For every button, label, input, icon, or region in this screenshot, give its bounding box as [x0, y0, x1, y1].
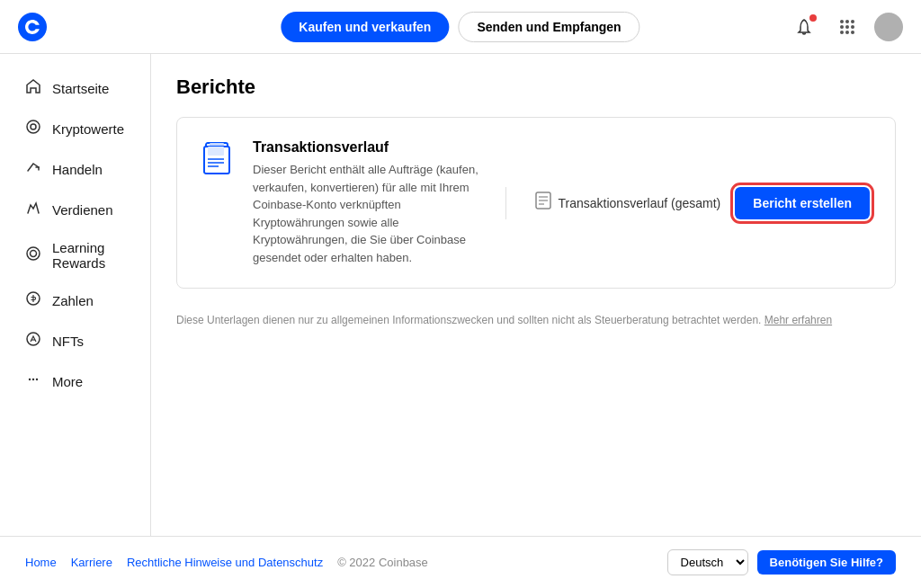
footer-link-legal[interactable]: Rechtliche Hinweise und Datenschutz: [127, 556, 323, 569]
trade-icon: [25, 159, 41, 180]
earn-icon: [25, 200, 41, 220]
header-center: Kaufen und verkaufen Senden und Empfange…: [281, 12, 639, 42]
sidebar-label-handeln: Handeln: [52, 162, 103, 177]
sidebar-label-startseite: Startseite: [52, 81, 109, 96]
disclaimer-link[interactable]: Mehr erfahren: [765, 314, 832, 326]
report-type-label: Transaktionsverlauf (gesamt): [535, 192, 721, 214]
sidebar-label-verdienen: Verdienen: [52, 202, 113, 218]
document-icon: [535, 192, 551, 214]
header-right: [788, 11, 903, 43]
sidebar-label-learning-rewards: Learning Rewards: [52, 240, 125, 271]
sidebar-item-handeln[interactable]: Handeln: [7, 150, 143, 189]
report-text: Transaktionsverlauf Dieser Bericht enthä…: [253, 139, 484, 266]
svg-point-4: [31, 250, 37, 256]
svg-rect-13: [208, 147, 224, 156]
report-action: Transaktionsverlauf (gesamt) Bericht ers…: [505, 187, 871, 219]
sidebar-item-more[interactable]: More: [7, 362, 143, 401]
disclaimer-text: Diese Unterlagen dienen nur zu allgemein…: [176, 314, 896, 326]
footer-links: Home Karriere Rechtliche Hinweise und Da…: [25, 556, 428, 569]
sidebar-item-nfts[interactable]: NFTs: [7, 322, 143, 361]
sidebar-item-kryptowerte[interactable]: Kryptowerte: [7, 110, 143, 148]
sidebar-item-learning-rewards[interactable]: Learning Rewards: [7, 231, 143, 280]
report-info: Transaktionsverlauf Dieser Bericht enthä…: [202, 139, 484, 266]
notification-dot: [809, 14, 817, 22]
svg-point-8: [32, 379, 34, 380]
header: Kaufen und verkaufen Senden und Empfange…: [0, 0, 921, 54]
grid-icon: [840, 20, 854, 34]
sidebar-item-startseite[interactable]: Startseite: [7, 69, 143, 108]
nft-icon: [25, 331, 41, 352]
footer: Home Karriere Rechtliche Hinweise und Da…: [0, 536, 921, 588]
sidebar-label-nfts: NFTs: [52, 334, 84, 349]
pay-icon: [25, 290, 41, 311]
send-receive-button[interactable]: Senden und Empfangen: [458, 12, 639, 42]
page-title: Berichte: [176, 76, 896, 99]
svg-point-2: [31, 124, 36, 129]
report-card-description: Dieser Bericht enthält alle Aufträge (ka…: [253, 161, 484, 266]
sidebar-item-verdienen[interactable]: Verdienen: [7, 191, 143, 229]
svg-point-1: [27, 120, 40, 133]
svg-point-9: [36, 379, 38, 380]
sidebar-item-zahlen[interactable]: Zahlen: [7, 281, 143, 320]
header-left: [18, 13, 47, 41]
help-button[interactable]: Benötigen Sie Hilfe?: [757, 550, 896, 575]
sidebar-label-more: More: [52, 374, 83, 389]
apps-button[interactable]: [831, 11, 863, 43]
sidebar-label-zahlen: Zahlen: [52, 293, 94, 308]
more-icon: [25, 371, 41, 392]
svg-point-0: [18, 13, 47, 41]
buy-sell-button[interactable]: Kaufen und verkaufen: [281, 12, 449, 42]
avatar[interactable]: [874, 13, 903, 41]
footer-right: Deutsch Benötigen Sie Hilfe?: [667, 549, 896, 575]
svg-point-3: [27, 247, 40, 260]
create-report-button[interactable]: Bericht erstellen: [735, 187, 870, 219]
home-icon: [25, 78, 41, 99]
layout: Startseite Kryptowerte Handeln: [0, 54, 921, 536]
report-card-icon: [202, 141, 238, 184]
notifications-button[interactable]: [788, 11, 820, 43]
footer-link-karriere[interactable]: Karriere: [71, 556, 112, 569]
crypto-icon: [25, 119, 41, 139]
report-card: Transaktionsverlauf Dieser Bericht enthä…: [176, 117, 896, 289]
footer-copyright: © 2022 Coinbase: [337, 556, 428, 569]
footer-link-home[interactable]: Home: [25, 556, 57, 569]
sidebar-label-kryptowerte: Kryptowerte: [52, 121, 124, 137]
svg-point-7: [29, 379, 31, 380]
main-content: Berichte Transaktionsverlauf: [151, 54, 921, 536]
svg-point-6: [27, 333, 40, 345]
report-card-title: Transaktionsverlauf: [253, 139, 484, 156]
coinbase-logo: [18, 13, 47, 41]
sidebar: Startseite Kryptowerte Handeln: [0, 54, 151, 536]
report-type-text: Transaktionsverlauf (gesamt): [559, 196, 721, 210]
language-selector[interactable]: Deutsch: [667, 549, 748, 575]
learning-icon: [25, 245, 41, 266]
